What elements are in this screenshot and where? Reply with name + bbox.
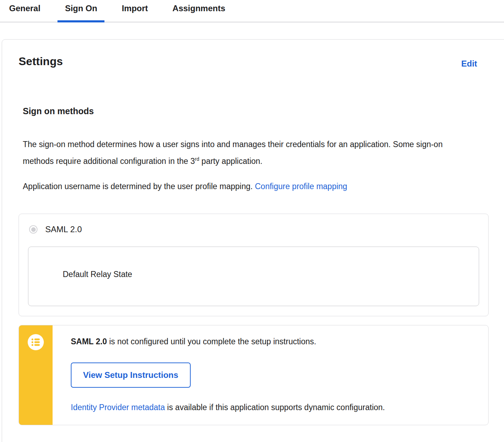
tab-sign-on[interactable]: Sign On [57, 0, 104, 22]
tab-assignments[interactable]: Assignments [165, 0, 233, 22]
setup-callout: SAML 2.0 is not configured until you com… [19, 325, 489, 425]
default-relay-state-field: Default Relay State [28, 247, 479, 306]
radio-dot [31, 227, 36, 232]
default-relay-state-label: Default Relay State [63, 270, 132, 279]
saml-radio[interactable] [29, 225, 38, 234]
ordinal-superscript: rd [195, 156, 199, 162]
configure-profile-mapping-link[interactable]: Configure profile mapping [255, 182, 347, 191]
callout-message-rest: is not configured until you complete the… [107, 337, 316, 346]
callout-message: SAML 2.0 is not configured until you com… [71, 337, 385, 346]
tab-general[interactable]: General [2, 0, 48, 22]
description-text-continued: party application. [199, 157, 262, 166]
saml-method-box: SAML 2.0 Default Relay State [19, 214, 489, 316]
identity-provider-metadata-link[interactable]: Identity Provider metadata [71, 403, 165, 412]
callout-message-bold: SAML 2.0 [71, 337, 107, 346]
section-heading-sign-on-methods: Sign on methods [23, 106, 94, 116]
edit-button[interactable]: Edit [461, 59, 477, 69]
page-title: Settings [19, 55, 63, 68]
list-icon [28, 334, 44, 350]
username-note-text: Application username is determined by th… [23, 182, 255, 191]
saml-radio-row: SAML 2.0 [29, 225, 488, 234]
sign-on-method-description: The sign-on method determines how a user… [23, 136, 461, 171]
callout-body: SAML 2.0 is not configured until you com… [53, 325, 395, 425]
metadata-note-text: is available if this application support… [165, 403, 385, 412]
application-username-note: Application username is determined by th… [23, 178, 347, 195]
view-setup-instructions-button[interactable]: View Setup Instructions [71, 362, 191, 388]
callout-accent-bar [19, 325, 53, 425]
settings-card: Settings Edit Sign on methods The sign-o… [2, 39, 504, 442]
metadata-note: Identity Provider metadata is available … [71, 403, 385, 412]
tab-import[interactable]: Import [114, 0, 155, 22]
tab-bar: General Sign On Import Assignments [0, 0, 504, 22]
saml-radio-label: SAML 2.0 [45, 225, 82, 234]
